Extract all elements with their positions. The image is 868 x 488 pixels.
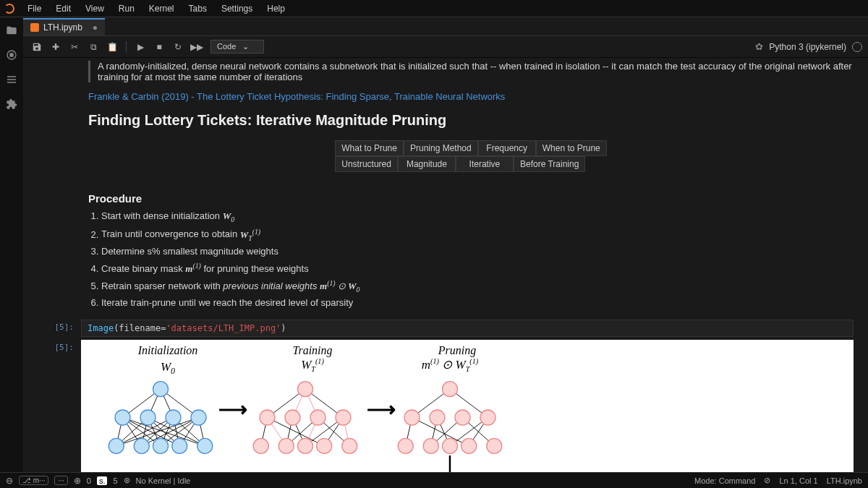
status-alerts: 5 [113, 476, 117, 485]
svg-point-27 [115, 410, 130, 425]
menu-edit[interactable]: Edit [48, 1, 78, 16]
output-cell: [5]: Initialization Training Pruning W0 … [38, 340, 854, 472]
cell-type-select[interactable]: Code ⌄ [210, 40, 264, 53]
menu-settings[interactable]: Settings [214, 1, 260, 16]
table-cell: Magnitude [398, 156, 456, 172]
code-cell[interactable]: [5]: Image(filename='datasets/LTH_IMP.pn… [38, 320, 854, 337]
kernel-name[interactable]: Python 3 (ipykernel) [769, 42, 846, 52]
tab-notebook[interactable]: LTH.ipynb ● [23, 18, 105, 35]
markdown-cell: A randomly-initialized, dense neural net… [38, 61, 854, 311]
save-button[interactable] [29, 39, 45, 55]
svg-point-54 [310, 410, 326, 425]
status-filename: LTH.ipynb [827, 476, 862, 485]
svg-point-32 [134, 438, 149, 453]
paper-link[interactable]: Frankle & Carbin (2019) - The Lottery Ti… [88, 91, 505, 102]
run-button[interactable]: ▶ [132, 39, 148, 55]
notebook-body[interactable]: A randomly-initialized, dense neural net… [23, 58, 868, 472]
activity-bar [0, 17, 23, 472]
svg-point-34 [172, 438, 187, 453]
svg-point-78 [443, 438, 458, 453]
svg-point-80 [487, 438, 502, 453]
output-prompt: [5]: [38, 340, 81, 472]
svg-point-35 [197, 438, 213, 453]
stop-button[interactable]: ■ [151, 39, 167, 55]
svg-point-79 [461, 438, 477, 453]
cursor-position: Ln 1, Col 1 [779, 476, 817, 485]
svg-point-71 [443, 382, 458, 397]
svg-point-74 [455, 410, 470, 425]
kernel-status-icon[interactable] [852, 42, 862, 52]
svg-point-26 [153, 382, 169, 397]
svg-point-31 [109, 438, 124, 453]
copy-button[interactable]: ⧉ [85, 39, 101, 55]
table-cell: Before Training [514, 156, 585, 172]
svg-point-72 [404, 410, 420, 425]
notification-icon[interactable]: ⊘ [764, 476, 770, 485]
svg-rect-1 [10, 53, 13, 56]
svg-point-60 [342, 438, 357, 453]
folder-icon[interactable] [4, 23, 19, 38]
cut-button[interactable]: ✂ [67, 39, 82, 55]
paste-button[interactable]: 📋 [104, 39, 120, 55]
back-icon[interactable]: ⊖ [6, 476, 13, 486]
table-header: Frequency [478, 140, 536, 156]
svg-point-55 [336, 410, 351, 425]
menu-help[interactable]: Help [260, 1, 292, 16]
status-bar: ⊖ ⎇ m··· ··· ⊕ 0 s. 5 ⊛ No Kernel | Idle… [0, 472, 868, 488]
svg-point-57 [278, 438, 294, 453]
svg-point-58 [298, 438, 313, 453]
menu-tabs[interactable]: Tabs [182, 1, 214, 16]
svg-point-28 [140, 410, 156, 425]
svg-point-51 [298, 382, 313, 397]
bell-icon[interactable]: ⊛ [124, 476, 130, 485]
table-header: What to Prune [335, 140, 404, 156]
pruning-table: What to Prune Pruning Method Frequency W… [335, 140, 607, 172]
tab-unsaved-icon[interactable]: ● [93, 22, 98, 33]
procedure-list: Start with dense initialization W0 Train… [101, 209, 854, 311]
menu-kernel[interactable]: Kernel [142, 1, 182, 16]
svg-point-76 [398, 438, 413, 453]
tab-filename: LTH.ipynb [43, 22, 82, 33]
jupyter-logo-icon [4, 4, 14, 14]
kernel-status-text: No Kernel | Idle [136, 476, 191, 485]
table-cell: Iterative [456, 156, 514, 172]
svg-point-75 [480, 410, 495, 425]
git-branch-pill[interactable]: ⎇ m··· [19, 476, 48, 485]
gear-icon[interactable]: ✿ [755, 41, 763, 52]
section-heading: Finding Lottery Tickets: Iterative Magni… [88, 112, 854, 129]
git-changes-pill[interactable]: ··· [54, 476, 67, 485]
status-simple: 0 [87, 476, 91, 485]
notebook-icon [30, 23, 39, 32]
procedure-heading: Procedure [88, 192, 854, 205]
running-icon[interactable] [4, 48, 19, 62]
menu-bar: File Edit View Run Kernel Tabs Settings … [0, 0, 868, 17]
svg-point-77 [423, 438, 438, 453]
table-cell: Unstructured [335, 156, 398, 172]
mode-indicator: Mode: Command [694, 476, 755, 485]
blockquote-text: A randomly-initialized, dense neural net… [88, 61, 854, 82]
svg-point-52 [260, 410, 275, 425]
add-cell-button[interactable]: ✚ [48, 39, 64, 55]
svg-point-53 [285, 410, 300, 425]
svg-point-30 [191, 410, 206, 425]
svg-point-33 [153, 438, 169, 453]
svg-point-56 [253, 438, 268, 453]
toc-icon[interactable] [4, 72, 19, 87]
menu-view[interactable]: View [78, 1, 111, 16]
notebook-toolbar: ✚ ✂ ⧉ 📋 ▶ ■ ↻ ▶▶ Code ⌄ ✿ Python 3 (ipyk… [23, 36, 868, 58]
table-header: Pruning Method [404, 140, 478, 156]
run-all-button[interactable]: ▶▶ [189, 39, 205, 55]
svg-point-59 [317, 438, 332, 453]
tab-bar: LTH.ipynb ● [23, 17, 868, 36]
restart-button[interactable]: ↻ [170, 39, 186, 55]
svg-point-73 [430, 410, 445, 425]
svg-point-29 [166, 410, 181, 425]
code-input[interactable]: Image(filename='datasets/LTH_IMP.png') [81, 320, 854, 337]
sync-icon[interactable]: ⊕ [74, 476, 81, 486]
table-header: When to Prune [536, 140, 607, 156]
input-prompt: [5]: [38, 320, 81, 337]
menu-run[interactable]: Run [111, 1, 142, 16]
output-image: Initialization Training Pruning W0 WT(1)… [81, 340, 854, 472]
extensions-icon[interactable] [4, 97, 19, 111]
menu-file[interactable]: File [20, 1, 48, 16]
